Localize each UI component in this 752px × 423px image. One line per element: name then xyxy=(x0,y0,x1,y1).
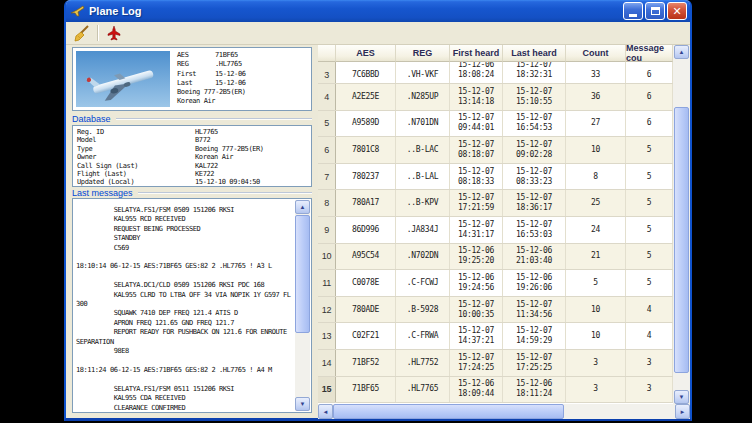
table-row[interactable]: 8780A17..B-KPV15-12-0717:21:5915-12-0718… xyxy=(318,190,673,217)
info-value: 15-12-06 xyxy=(215,79,246,88)
row-number: 9 xyxy=(318,217,336,243)
cell-reg: ..B-LAC xyxy=(396,137,450,163)
cell-first-heard: 15-12-0619:25:20 xyxy=(450,244,503,270)
row-number: 11 xyxy=(318,270,336,296)
maximize-icon xyxy=(651,7,660,15)
table-row[interactable]: 1571BF65.HL776515-12-0618:09:4415-12-061… xyxy=(318,377,673,404)
maximize-button[interactable] xyxy=(645,2,665,20)
db-label: Flight (Last) xyxy=(77,170,195,178)
cell-aes: A95C54 xyxy=(336,244,396,270)
cell-last-heard: 15-12-0718:36:17 xyxy=(503,190,566,216)
db-value: 15-12-10 09:04:50 xyxy=(195,178,260,186)
table-row[interactable]: 67801C8..B-LAC15-12-0708:18:0715-12-0709… xyxy=(318,137,673,164)
cell-count: 21 xyxy=(566,244,626,270)
cell-message-count: 5 xyxy=(626,270,673,296)
cell-last-heard: 15-12-0714:59:29 xyxy=(503,323,566,349)
minimize-button[interactable] xyxy=(623,2,643,20)
messages-scrollbar[interactable]: ▲ ▼ xyxy=(295,200,310,411)
close-button[interactable]: ✕ xyxy=(667,2,687,20)
cell-message-count: 5 xyxy=(626,137,673,163)
cell-count: 5 xyxy=(566,270,626,296)
header-reg[interactable]: REG xyxy=(396,45,450,62)
aircraft-summary-panel: AES71BF65 REG.HL7765 First15-12-06 Last1… xyxy=(72,47,312,111)
airline-text: Korean Air xyxy=(177,97,246,106)
cell-aes: C0078E xyxy=(336,270,396,296)
scroll-thumb[interactable] xyxy=(295,215,310,333)
db-label: Reg. ID xyxy=(77,128,195,136)
cell-first-heard: 15-12-0717:24:25 xyxy=(450,350,503,376)
scroll-thumb[interactable] xyxy=(333,404,564,419)
row-number: 12 xyxy=(318,297,336,323)
table-row[interactable]: 7780237..B-LAL15-12-0708:18:3315-12-0708… xyxy=(318,164,673,191)
cell-reg: .HL7752 xyxy=(396,350,450,376)
cell-last-heard: 15-12-0716:54:53 xyxy=(503,111,566,137)
header-first-heard[interactable]: First heard xyxy=(450,45,503,62)
db-value: KAL722 xyxy=(195,162,218,170)
scroll-down-icon[interactable]: ▼ xyxy=(674,390,689,404)
cell-reg: .VH-VKF xyxy=(396,62,450,83)
aircraft-type-text: Boeing 777-2B5(ER) xyxy=(177,88,246,97)
row-number: 5 xyxy=(318,111,336,137)
cell-aes: 71BF65 xyxy=(336,377,396,403)
cell-reg: .N702DN xyxy=(396,244,450,270)
row-number: 14 xyxy=(318,350,336,376)
titlebar[interactable]: Plane Log ✕ xyxy=(66,0,690,22)
cell-reg: .C-FRWA xyxy=(396,323,450,349)
header-message-count[interactable]: Message cou xyxy=(626,45,673,62)
close-icon: ✕ xyxy=(672,6,681,17)
cell-aes: 780ADE xyxy=(336,297,396,323)
cell-first-heard: 15-12-0619:24:56 xyxy=(450,270,503,296)
cell-message-count: 6 xyxy=(626,111,673,137)
main-content: AES71BF65 REG.HL7765 First15-12-06 Last1… xyxy=(66,45,690,419)
scroll-up-icon[interactable]: ▲ xyxy=(295,200,310,214)
db-label: Owner xyxy=(77,153,195,161)
table-row[interactable]: 5A9589D.N701DN15-12-0709:44:0115-12-0716… xyxy=(318,111,673,138)
cell-aes: 7C6BBD xyxy=(336,62,396,83)
table-header: AES REG First heard Last heard Count Mes… xyxy=(318,45,690,62)
scroll-down-icon[interactable]: ▼ xyxy=(295,397,310,411)
table-hscrollbar[interactable]: ◄ ► xyxy=(318,404,690,419)
window-title: Plane Log xyxy=(89,5,621,17)
header-rownum[interactable] xyxy=(318,45,336,62)
aircraft-photo xyxy=(76,51,170,107)
cell-count: 10 xyxy=(566,323,626,349)
group-rule xyxy=(138,192,312,194)
row-number: 8 xyxy=(318,190,336,216)
table-row[interactable]: 37C6BBD.VH-VKF15-12-0618:08:2415-12-0718… xyxy=(318,62,673,84)
db-value: HL7765 xyxy=(195,128,218,136)
cell-reg: .N285UP xyxy=(396,84,450,110)
scroll-thumb[interactable] xyxy=(674,107,689,373)
info-value: .HL7765 xyxy=(215,60,242,69)
db-label: Call Sign (Last) xyxy=(77,162,195,170)
scroll-right-icon[interactable]: ► xyxy=(675,404,690,419)
table-row[interactable]: 12780ADE.B-592815-12-0710:00:3515-12-071… xyxy=(318,297,673,324)
table-row[interactable]: 10A95C54.N702DN15-12-0619:25:2015-12-062… xyxy=(318,244,673,271)
cell-last-heard: 15-12-0618:11:24 xyxy=(503,377,566,403)
scroll-left-icon[interactable]: ◄ xyxy=(318,404,333,419)
table-vscrollbar[interactable]: ▲ ▼ xyxy=(673,45,690,404)
header-aes[interactable]: AES xyxy=(336,45,396,62)
table-row[interactable]: 13C02F21.C-FRWA15-12-0714:37:2115-12-071… xyxy=(318,323,673,350)
cell-reg: ..B-KPV xyxy=(396,190,450,216)
red-plane-icon xyxy=(107,25,121,41)
cell-last-heard: 15-12-0709:02:28 xyxy=(503,137,566,163)
cell-last-heard: 15-12-0718:32:31 xyxy=(503,62,566,83)
cell-reg: .JA834J xyxy=(396,217,450,243)
db-label: Updated (Local) xyxy=(77,178,195,186)
table-row[interactable]: 4A2E25E.N285UP15-12-0713:14:1815-12-0715… xyxy=(318,84,673,111)
cell-first-heard: 15-12-0618:09:44 xyxy=(450,377,503,403)
cell-message-count: 3 xyxy=(626,377,673,403)
header-last-heard[interactable]: Last heard xyxy=(503,45,566,62)
cell-count: 3 xyxy=(566,350,626,376)
cell-message-count: 5 xyxy=(626,190,673,216)
cell-count: 8 xyxy=(566,164,626,190)
aircraft-table: AES REG First heard Last heard Count Mes… xyxy=(318,45,690,419)
table-row[interactable]: 1471BF52.HL775215-12-0717:24:2515-12-071… xyxy=(318,350,673,377)
clear-log-button[interactable] xyxy=(70,23,94,43)
plane-filter-button[interactable] xyxy=(102,23,126,43)
table-row[interactable]: 986D996.JA834J15-12-0714:31:1715-12-0716… xyxy=(318,217,673,244)
table-row[interactable]: 11C0078E.C-FCWJ15-12-0619:24:5615-12-061… xyxy=(318,270,673,297)
scroll-up-icon[interactable]: ▲ xyxy=(674,45,689,59)
header-count[interactable]: Count xyxy=(566,45,626,62)
cell-aes: 7801C8 xyxy=(336,137,396,163)
